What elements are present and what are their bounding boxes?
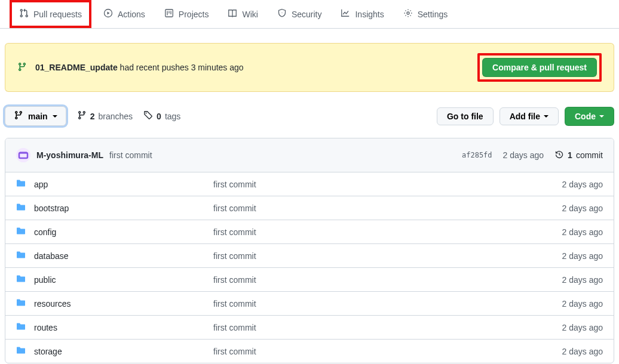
branches-count: 2 xyxy=(90,112,95,121)
file-row: publicfirst commit2 days ago xyxy=(5,268,614,292)
file-commit-message[interactable]: first commit xyxy=(213,299,537,309)
folder-icon xyxy=(16,202,26,214)
file-row: appfirst commit2 days ago xyxy=(5,172,614,196)
branches-link[interactable]: 2 branches xyxy=(77,110,133,122)
play-icon xyxy=(103,8,113,20)
file-ago: 2 days ago xyxy=(537,323,603,332)
tags-label: tags xyxy=(165,112,180,121)
tab-wiki[interactable]: Wiki xyxy=(220,0,265,28)
file-browser: M-yoshimura-ML first commit af285fd 2 da… xyxy=(5,138,614,363)
code-button[interactable]: Code xyxy=(565,107,614,126)
add-file-button[interactable]: Add file xyxy=(500,107,559,125)
shield-icon xyxy=(277,8,287,20)
git-branch-icon xyxy=(14,110,23,122)
button-label: Add file xyxy=(510,112,540,121)
file-row: bootstrapfirst commit2 days ago xyxy=(5,196,614,220)
alert-text: 01_README_update had recent pushes 3 min… xyxy=(35,63,244,72)
svg-point-6 xyxy=(281,13,282,13)
repo-nav: Pull requests Actions Projects Wiki Secu… xyxy=(0,0,619,29)
file-row: resourcesfirst commit2 days ago xyxy=(5,292,614,316)
tab-label: Pull requests xyxy=(33,10,82,19)
tab-security[interactable]: Security xyxy=(270,0,329,28)
file-row: storagefirst commit2 days ago xyxy=(5,340,614,363)
commit-message[interactable]: first commit xyxy=(109,150,152,160)
folder-icon xyxy=(16,274,26,285)
file-commit-message[interactable]: first commit xyxy=(213,251,537,261)
svg-point-8 xyxy=(146,113,147,114)
git-pull-request-icon xyxy=(19,8,29,20)
avatar[interactable] xyxy=(16,148,30,162)
tab-insights[interactable]: Insights xyxy=(333,0,391,28)
folder-icon xyxy=(16,250,26,261)
file-ago: 2 days ago xyxy=(537,227,603,237)
file-ago: 2 days ago xyxy=(537,347,603,356)
book-icon xyxy=(228,8,237,20)
tab-settings[interactable]: Settings xyxy=(396,0,455,28)
chevron-down-icon xyxy=(599,115,604,118)
project-icon xyxy=(164,8,174,20)
file-commit-message[interactable]: first commit xyxy=(213,203,537,213)
branch-selector-button[interactable]: main xyxy=(5,106,66,126)
file-ago: 2 days ago xyxy=(537,299,603,309)
file-ago: 2 days ago xyxy=(537,203,603,213)
tab-label: Insights xyxy=(355,10,384,19)
tab-actions[interactable]: Actions xyxy=(96,0,152,28)
button-label: Compare & pull request xyxy=(492,63,587,72)
button-label: Code xyxy=(575,112,596,121)
folder-icon xyxy=(16,346,26,357)
file-name-link[interactable]: database xyxy=(34,251,69,261)
file-ago: 2 days ago xyxy=(537,180,603,189)
commit-author[interactable]: M-yoshimura-ML xyxy=(36,150,103,160)
graph-icon xyxy=(341,8,350,20)
svg-rect-9 xyxy=(16,148,30,162)
file-commit-message[interactable]: first commit xyxy=(213,227,537,237)
file-row: configfirst commit2 days ago xyxy=(5,220,614,244)
commits-count: 1 xyxy=(568,150,572,160)
file-row: databasefirst commit2 days ago xyxy=(5,244,614,268)
file-commit-message[interactable]: first commit xyxy=(213,347,537,356)
branch-name: main xyxy=(28,112,48,121)
button-label: Go to file xyxy=(447,112,483,121)
svg-rect-11 xyxy=(19,152,27,154)
repo-actions-row: main 2 branches 0 tags Go to file xyxy=(5,106,614,126)
file-ago: 2 days ago xyxy=(537,275,603,285)
file-name-link[interactable]: storage xyxy=(34,347,62,356)
file-name-link[interactable]: config xyxy=(34,227,56,237)
tab-pull-requests[interactable]: Pull requests xyxy=(10,0,91,28)
folder-icon xyxy=(16,322,26,333)
svg-point-7 xyxy=(407,12,409,14)
commit-ago[interactable]: 2 days ago xyxy=(503,150,544,160)
tab-label: Projects xyxy=(179,10,209,19)
file-name-link[interactable]: resources xyxy=(34,299,71,309)
file-commit-message[interactable]: first commit xyxy=(213,275,537,285)
tags-count: 0 xyxy=(157,112,161,121)
tab-label: Wiki xyxy=(242,10,258,19)
gear-icon xyxy=(403,8,413,20)
file-commit-message[interactable]: first commit xyxy=(213,180,537,189)
recent-push-alert: 01_README_update had recent pushes 3 min… xyxy=(5,43,614,92)
tab-projects[interactable]: Projects xyxy=(157,0,216,28)
commits-link[interactable]: 1 commit xyxy=(554,150,603,161)
file-commit-message[interactable]: first commit xyxy=(213,323,537,332)
file-name-link[interactable]: routes xyxy=(34,323,57,332)
alert-suffix: had recent pushes 3 minutes ago xyxy=(118,63,244,72)
chevron-down-icon xyxy=(53,115,57,118)
folder-icon xyxy=(16,298,26,309)
tags-link[interactable]: 0 tags xyxy=(143,110,180,122)
file-name-link[interactable]: app xyxy=(34,180,48,189)
file-name-link[interactable]: bootstrap xyxy=(34,203,69,213)
tab-label: Security xyxy=(292,10,322,19)
commit-sha[interactable]: af285fd xyxy=(462,151,492,159)
file-name-link[interactable]: public xyxy=(34,275,56,285)
file-row: routesfirst commit2 days ago xyxy=(5,316,614,340)
git-branch-icon xyxy=(77,110,87,122)
latest-commit-bar: M-yoshimura-ML first commit af285fd 2 da… xyxy=(5,138,614,172)
tab-label: Actions xyxy=(118,10,145,19)
branches-label: branches xyxy=(98,112,133,121)
tab-label: Settings xyxy=(418,10,448,19)
compare-pull-request-button[interactable]: Compare & pull request xyxy=(482,58,597,77)
commits-label: commit xyxy=(576,150,603,160)
go-to-file-button[interactable]: Go to file xyxy=(437,107,494,125)
file-ago: 2 days ago xyxy=(537,251,603,261)
folder-icon xyxy=(16,178,26,190)
